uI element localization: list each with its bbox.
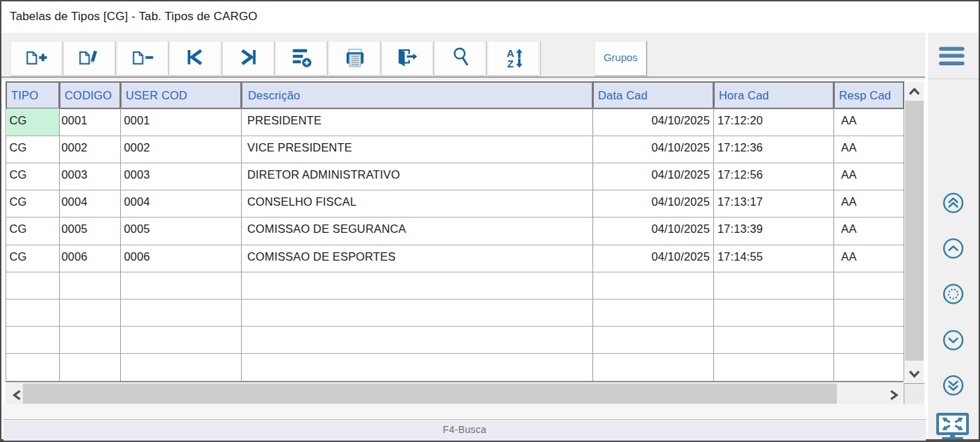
svg-text:Z: Z: [507, 58, 513, 69]
